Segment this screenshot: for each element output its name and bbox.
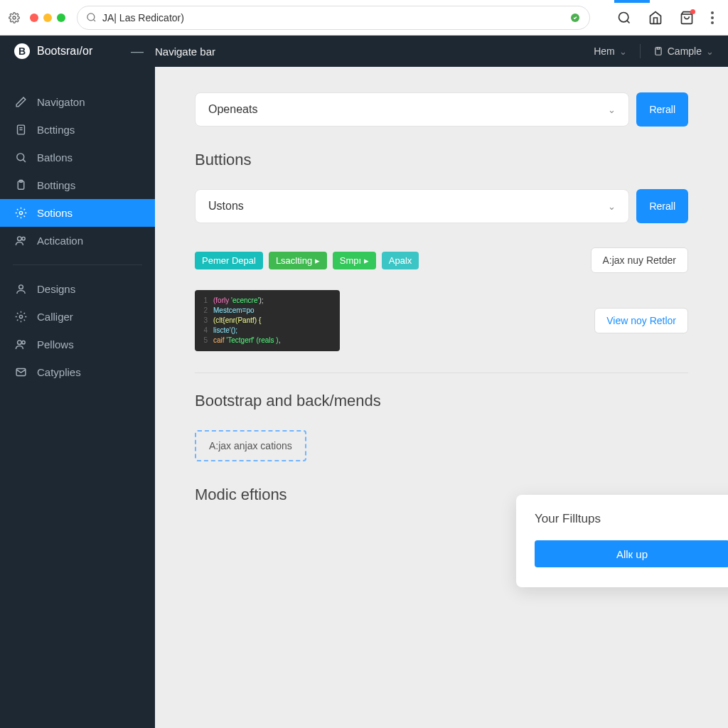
sidebar-item-batlons[interactable]: Batlons (0, 144, 155, 171)
sidebar-item-catyplies[interactable]: Catyplies (0, 358, 155, 386)
svg-point-18 (18, 285, 23, 289)
clipboard-icon (653, 46, 663, 56)
filltups-card: Your Filltups Allк up (516, 495, 728, 587)
svg-line-2 (93, 19, 95, 21)
sidebar-item-actication[interactable]: Actication (0, 227, 155, 255)
code-snippet: 1(forly 'ecencre'); 2 Mestcem=po 3 (clt{… (195, 290, 340, 351)
extension-icon[interactable] (9, 12, 20, 23)
more-menu-icon[interactable] (711, 11, 714, 24)
section-heading-bootstrap: Bootstrap and back/mends (195, 392, 688, 410)
search-icon (14, 151, 27, 164)
allk-up-button[interactable]: Allк up (535, 540, 728, 567)
url-bar[interactable] (77, 6, 590, 30)
tag-pemer[interactable]: Pemer Depal (195, 252, 263, 269)
search-icon[interactable] (617, 11, 631, 25)
sidebar-item-label: Batlons (37, 151, 73, 164)
divider (640, 44, 641, 58)
rerall-button-2[interactable]: Rerall (636, 189, 688, 223)
tag-smpi[interactable]: Smpı ▸ (333, 252, 376, 269)
chevron-down-icon: ⌄ (706, 46, 714, 57)
svg-line-5 (627, 20, 630, 23)
doc-icon (14, 124, 27, 136)
clipboard-icon (14, 179, 27, 191)
svg-line-12 (23, 159, 26, 162)
site-badge-icon (569, 12, 581, 23)
section-heading-buttons: Buttions (195, 151, 688, 169)
sidebar-item-navigaton[interactable]: Navigaton (0, 88, 155, 116)
sidebar-item-label: Sotions (37, 207, 73, 219)
card-title: Your Filltups (535, 512, 728, 526)
main-content: Openeats ⌄ Rerall Buttions Ustons ⌄ Rera… (155, 67, 728, 728)
svg-point-15 (19, 211, 22, 214)
sidebar-item-designs[interactable]: Designs (0, 275, 155, 303)
chevron-down-icon: ⌄ (608, 105, 616, 115)
sidebar-item-sotions[interactable]: Sotions (0, 199, 155, 227)
svg-point-4 (619, 12, 628, 21)
divider (13, 264, 142, 265)
user-icon (14, 283, 27, 295)
chevron-down-icon: ⌄ (608, 201, 616, 212)
sidebar-item-calliger[interactable]: Calliger (0, 303, 155, 331)
sidebar-item-label: Bottings (37, 179, 75, 191)
sidebar-item-label: Calliger (37, 311, 73, 323)
tag-lsaclting[interactable]: Lsaclting ▸ (269, 252, 327, 269)
home-icon[interactable] (648, 11, 663, 25)
users-icon (14, 338, 27, 350)
tag-apalx[interactable]: Apalx (382, 252, 419, 269)
page-title: Navigate bar (155, 46, 215, 58)
sidebar-item-bcttings[interactable]: Bcttings (0, 116, 155, 144)
search-icon (86, 12, 97, 23)
minimize-window[interactable] (43, 14, 52, 22)
brand-logo[interactable]: B (14, 43, 30, 59)
sidebar-item-label: Catyplies (37, 366, 81, 378)
select-openeats[interactable]: Openeats ⌄ (195, 92, 629, 127)
gear-icon (14, 207, 27, 219)
url-input[interactable] (102, 12, 564, 23)
ajax-retder-button[interactable]: A:jax nuy Retder (591, 247, 689, 273)
sidebar-item-label: Pellows (37, 338, 74, 350)
close-window[interactable] (30, 14, 38, 22)
svg-point-1 (87, 14, 95, 21)
svg-rect-7 (655, 48, 661, 55)
sidebar-item-label: Navigaton (37, 96, 85, 108)
svg-point-21 (21, 341, 24, 344)
active-tab-indicator (614, 0, 650, 3)
sidebar-item-label: Actication (37, 235, 83, 247)
svg-point-0 (13, 16, 16, 19)
gear-icon (14, 311, 27, 323)
pencil-icon (14, 96, 27, 108)
sidebar-item-bottings[interactable]: Bottings (0, 171, 155, 199)
ajax-dashed-box[interactable]: A:jax anjax cations (195, 430, 306, 461)
chevron-down-icon: ⌄ (619, 46, 627, 57)
rerall-button-1[interactable]: Rerall (636, 92, 688, 127)
sidebar: NavigatonBcttingsBatlonsBottingsSotionsA… (0, 67, 155, 728)
sidebar-item-pellows[interactable]: Pellows (0, 331, 155, 358)
app-header: B Bootsraı/or — Navigate bar Hem ⌄ Campl… (0, 36, 728, 67)
header-dropdown-cample[interactable]: Cample ⌄ (653, 46, 714, 57)
maximize-window[interactable] (57, 14, 65, 22)
mail-icon (14, 366, 27, 378)
view-retlor-button[interactable]: View noy Retlor (594, 308, 688, 333)
divider (195, 373, 688, 373)
svg-point-17 (21, 237, 24, 240)
svg-point-19 (19, 315, 22, 318)
header-dropdown-hem[interactable]: Hem ⌄ (594, 46, 627, 57)
brand-name: Bootsraı/or (37, 45, 92, 58)
window-controls[interactable] (30, 14, 65, 22)
browser-chrome (0, 0, 728, 36)
svg-point-20 (17, 341, 21, 345)
sidebar-collapse-button[interactable]: — (131, 44, 144, 59)
sidebar-item-label: Bcttings (37, 124, 75, 136)
users-icon (14, 235, 27, 247)
sidebar-item-label: Designs (37, 283, 75, 295)
select-ustons[interactable]: Ustons ⌄ (195, 189, 629, 223)
shopping-icon[interactable] (680, 11, 694, 25)
svg-point-11 (16, 154, 23, 161)
svg-point-16 (17, 237, 21, 241)
